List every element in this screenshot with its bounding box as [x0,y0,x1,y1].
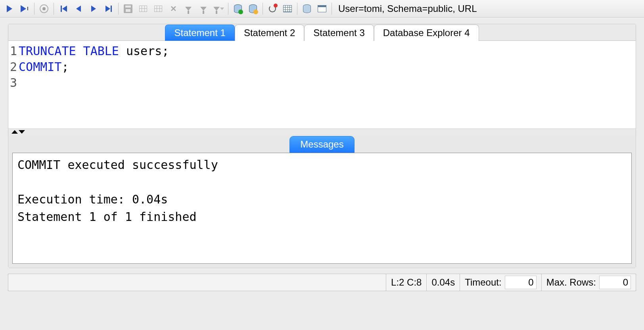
insert-row-icon [139,6,147,12]
line-number: 3 [10,75,17,91]
db-cylinder-icon [303,4,311,13]
toolbar-separator [34,3,34,15]
prev-icon [76,6,81,12]
caret-up-icon [12,130,18,134]
commit-button[interactable] [231,2,245,16]
toolbar-separator [332,3,332,15]
filter-dropdown-button[interactable] [211,2,226,16]
execution-time: 0.04s [426,274,460,291]
nav-first-button[interactable] [56,2,71,16]
connection-status-label: User=tomi, Schema=public, URL [338,3,477,14]
db-commit-icon [234,4,242,13]
statement-tabs: Statement 1 Statement 2 Statement 3 Data… [8,24,636,41]
grid-table-icon [283,5,292,12]
tab-statement-3[interactable]: Statement 3 [304,25,374,41]
status-bar: L:2 C:8 0.04s Timeout: Max. Rows: [8,274,636,291]
maxrows-cell: Max. Rows: [541,274,636,291]
reconnect-button[interactable] [265,2,280,16]
status-spacer [8,274,386,291]
tab-statement-2[interactable]: Statement 2 [235,25,304,41]
db-explorer-button[interactable] [300,2,314,16]
caret-down-icon [19,130,25,134]
split-handle[interactable] [8,129,636,134]
stop-button[interactable] [37,2,51,16]
sql-keyword: TRUNCATE TABLE [19,44,119,58]
first-icon [60,6,67,12]
db-rollback-icon [249,4,257,13]
results-tabs: Messages [12,134,632,153]
play-cursor-icon: I [21,5,28,12]
results-panel: Messages COMMIT executed successfully Ex… [8,134,636,268]
sql-text: users; [119,44,169,58]
maxrows-input[interactable] [599,276,631,289]
save-button[interactable] [121,2,135,16]
rollback-button[interactable] [246,2,260,16]
sql-text: ; [61,60,69,74]
filter-select-button[interactable] [181,2,196,16]
editor-gutter: 1 2 3 [10,43,19,126]
toolbar-separator [263,3,263,15]
editor-content[interactable]: TRUNCATE TABLE users; COMMIT; [19,43,169,126]
copy-row-button[interactable] [151,2,165,16]
save-icon [124,4,132,13]
timeout-cell: Timeout: [460,274,541,291]
next-icon [91,6,96,12]
cursor-position: L:2 C:8 [386,274,426,291]
tab-statement-1[interactable]: Statement 1 [165,25,234,41]
x-icon: ✕ [170,4,177,13]
sql-keyword: COMMIT [19,60,61,74]
messages-output[interactable]: COMMIT executed successfully Execution t… [12,153,632,264]
insert-row-button[interactable] [136,2,150,16]
line-number: 2 [10,59,17,75]
delete-row-button[interactable]: ✕ [166,2,180,16]
toolbar-separator [54,3,54,15]
toolbar: I ✕ User=tomi, Schema=public, URL [0,0,644,17]
nav-last-button[interactable] [102,2,116,16]
run-step-button[interactable]: I [17,2,32,16]
copy-row-icon [154,6,162,12]
toolbar-separator [297,3,297,15]
maxrows-label: Max. Rows: [546,277,596,288]
nav-prev-button[interactable] [71,2,86,16]
last-icon [105,6,112,12]
sql-editor[interactable]: 1 2 3 TRUNCATE TABLE users; COMMIT; [8,41,636,129]
reconnect-icon [269,5,276,12]
line-number: 1 [10,43,17,59]
play-icon [7,5,12,12]
window-icon [318,5,326,12]
filter-button[interactable] [196,2,211,16]
tab-db-explorer[interactable]: Database Explorer 4 [374,25,479,41]
timeout-label: Timeout: [465,277,501,288]
run-button[interactable] [2,2,17,16]
toolbar-separator [118,3,119,15]
nav-next-button[interactable] [86,2,101,16]
new-window-button[interactable] [315,2,329,16]
table-view-button[interactable] [280,2,295,16]
tab-messages[interactable]: Messages [289,136,354,153]
timeout-input[interactable] [505,276,537,289]
toolbar-separator [228,3,228,15]
funnel-dropdown-icon [213,7,224,11]
main-panel: Statement 1 Statement 2 Statement 3 Data… [8,24,636,268]
funnel-icon [200,7,207,11]
funnel-select-icon [185,7,192,11]
stop-icon [40,4,48,13]
